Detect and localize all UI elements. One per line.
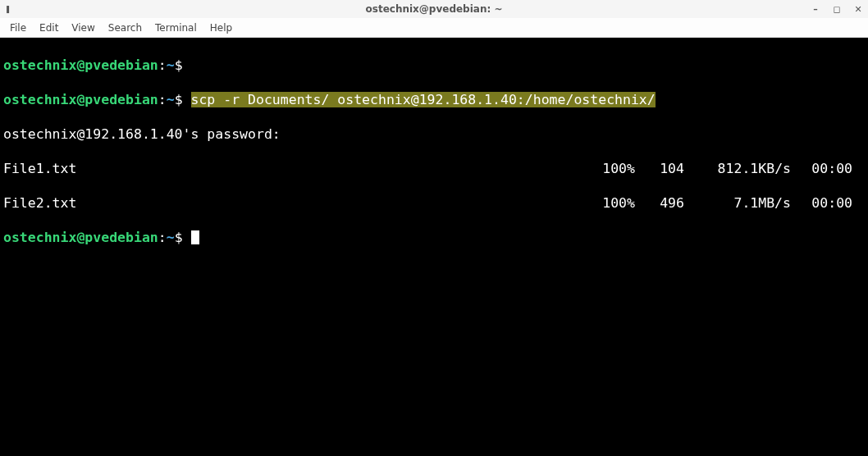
transfer-row: File2.txt100%4967.1MB/s00:00 bbox=[3, 194, 865, 212]
prompt-path: ~ bbox=[167, 230, 175, 245]
transfer-file: File2.txt bbox=[3, 194, 578, 212]
titlebar[interactable]: ❚ ostechnix@pvedebian: ~ – ◻ ✕ bbox=[0, 0, 868, 18]
window-controls: – ◻ ✕ bbox=[811, 4, 863, 15]
transfer-time: 00:00 bbox=[791, 160, 865, 177]
menu-search[interactable]: Search bbox=[102, 21, 148, 35]
prompt-userhost: ostechnix@pvedebian bbox=[3, 92, 158, 107]
minimize-button[interactable]: – bbox=[811, 4, 820, 15]
command-text: scp -r Documents/ ostechnix@192.168.1.40… bbox=[191, 92, 656, 107]
prompt-line-3: ostechnix@pvedebian:~$ bbox=[3, 229, 865, 246]
cursor bbox=[191, 230, 199, 244]
prompt-userhost: ostechnix@pvedebian bbox=[3, 230, 158, 245]
terminal-window: ❚ ostechnix@pvedebian: ~ – ◻ ✕ File Edit… bbox=[0, 0, 868, 456]
terminal-body[interactable]: ostechnix@pvedebian:~$ ostechnix@pvedebi… bbox=[0, 38, 868, 456]
window-title: ostechnix@pvedebian: ~ bbox=[366, 3, 503, 15]
prompt-path: ~ bbox=[167, 57, 175, 73]
prompt-line-2: ostechnix@pvedebian:~$ scp -r Documents/… bbox=[3, 91, 865, 108]
transfer-bytes: 496 bbox=[635, 194, 684, 212]
prompt-path: ~ bbox=[167, 92, 175, 107]
menu-edit[interactable]: Edit bbox=[33, 21, 65, 35]
transfer-pct: 100% bbox=[578, 160, 635, 177]
menu-file[interactable]: File bbox=[3, 21, 33, 35]
transfer-row: File1.txt100%104812.1KB/s00:00 bbox=[3, 160, 865, 177]
transfer-rate: 7.1MB/s bbox=[684, 194, 791, 212]
transfer-pct: 100% bbox=[578, 194, 635, 212]
menu-terminal[interactable]: Terminal bbox=[148, 21, 203, 35]
menu-help[interactable]: Help bbox=[203, 21, 239, 35]
menu-view[interactable]: View bbox=[65, 21, 101, 35]
transfer-time: 00:00 bbox=[791, 194, 865, 212]
menubar: File Edit View Search Terminal Help bbox=[0, 18, 868, 38]
prompt-userhost: ostechnix@pvedebian bbox=[3, 57, 158, 73]
password-prompt: ostechnix@192.168.1.40's password: bbox=[3, 125, 865, 143]
transfer-bytes: 104 bbox=[635, 160, 684, 177]
prompt-line-1: ostechnix@pvedebian:~$ bbox=[3, 57, 865, 74]
transfer-file: File1.txt bbox=[3, 160, 578, 177]
maximize-button[interactable]: ◻ bbox=[832, 4, 842, 15]
transfer-rate: 812.1KB/s bbox=[684, 160, 791, 177]
close-button[interactable]: ✕ bbox=[853, 4, 863, 15]
app-icon: ❚ bbox=[5, 5, 15, 13]
